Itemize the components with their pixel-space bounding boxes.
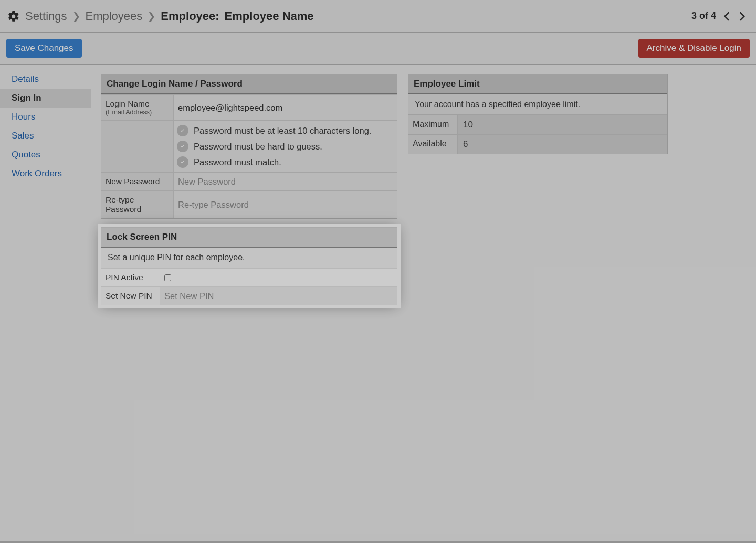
action-bar: Save Changes Archive & Disable Login — [0, 33, 756, 65]
sidebar-item-details[interactable]: Details — [0, 70, 91, 89]
employee-limit-title: Employee Limit — [408, 74, 667, 94]
sidebar-item-quotes[interactable]: Quotes — [0, 145, 91, 164]
lock-screen-pin-panel: Lock Screen PIN Set a unique PIN for eac… — [101, 227, 397, 305]
pin-active-label: PIN Active — [101, 269, 160, 286]
lock-screen-pin-note: Set a unique PIN for each employee. — [101, 248, 397, 268]
breadcrumb: Settings ❯ Employees ❯ Employee: Employe… — [7, 9, 314, 23]
employee-limit-note: Your account has a specified employee li… — [408, 94, 667, 115]
save-button[interactable]: Save Changes — [6, 39, 82, 58]
sidebar-item-sign-in[interactable]: Sign In — [0, 89, 91, 108]
check-circle-icon — [177, 156, 188, 168]
chevron-right-icon: ❯ — [72, 10, 80, 22]
sidebar-item-work-orders[interactable]: Work Orders — [0, 164, 91, 183]
set-new-pin-input[interactable] — [164, 291, 393, 301]
new-password-input[interactable] — [178, 177, 393, 187]
login-name-input[interactable] — [178, 103, 393, 113]
main-area: Details Sign In Hours Sales Quotes Work … — [0, 65, 756, 541]
retype-password-input[interactable] — [178, 200, 393, 210]
pager-prev-icon[interactable] — [720, 9, 734, 23]
sidebar-item-sales[interactable]: Sales — [0, 126, 91, 145]
breadcrumb-settings[interactable]: Settings — [25, 9, 67, 23]
employee-limit-available-value: 6 — [458, 135, 667, 154]
record-pager: 3 of 4 — [691, 9, 749, 23]
change-login-panel: Change Login Name / Password Login Name … — [101, 74, 397, 219]
employee-limit-max-label: Maximum — [408, 115, 458, 134]
login-name-label: Login Name (Email Address) — [101, 95, 174, 120]
breadcrumb-employees[interactable]: Employees — [86, 9, 143, 23]
content: Change Login Name / Password Login Name … — [91, 65, 756, 541]
check-circle-icon — [177, 125, 188, 136]
pin-active-checkbox[interactable] — [164, 274, 171, 281]
set-new-pin-label: Set New PIN — [101, 287, 160, 305]
password-req-text: Password must match. — [194, 157, 281, 167]
password-req-text: Password must be hard to guess. — [194, 142, 322, 152]
new-password-label: New Password — [101, 173, 174, 190]
chevron-right-icon: ❯ — [148, 10, 155, 22]
pager-counter: 3 of 4 — [691, 10, 716, 22]
breadcrumb-item-name: Employee Name — [225, 9, 314, 23]
employee-limit-max-value: 10 — [458, 115, 667, 134]
breadcrumb-item-label: Employee: — [161, 9, 219, 23]
page-header: Settings ❯ Employees ❯ Employee: Employe… — [0, 0, 756, 33]
archive-button[interactable]: Archive & Disable Login — [638, 39, 750, 58]
password-requirements: Password must be at least 10 characters … — [174, 121, 397, 172]
sidebar: Details Sign In Hours Sales Quotes Work … — [0, 65, 91, 541]
lock-screen-pin-title: Lock Screen PIN — [101, 228, 397, 248]
password-req-text: Password must be at least 10 characters … — [194, 126, 371, 136]
employee-limit-panel: Employee Limit Your account has a specif… — [408, 74, 668, 154]
change-login-title: Change Login Name / Password — [101, 74, 397, 94]
pager-next-icon[interactable] — [735, 9, 749, 23]
check-circle-icon — [177, 141, 188, 152]
gear-icon — [7, 10, 20, 23]
retype-password-label: Re-type Password — [101, 191, 174, 218]
sidebar-item-hours[interactable]: Hours — [0, 108, 91, 126]
employee-limit-available-label: Available — [408, 135, 458, 154]
